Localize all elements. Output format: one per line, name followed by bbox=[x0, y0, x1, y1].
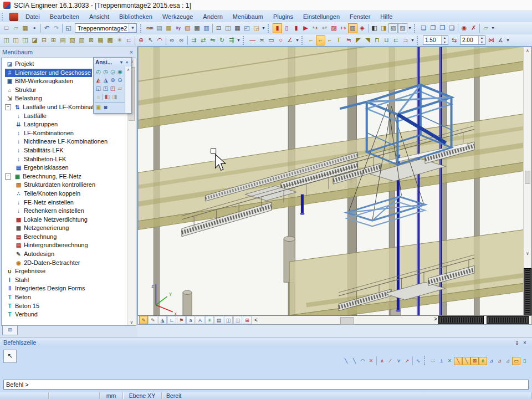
snap-endpoint-icon[interactable]: ╲ bbox=[462, 357, 470, 365]
snap-midpoint-icon[interactable]: ╲ bbox=[454, 357, 462, 365]
hscroll-thumb[interactable] bbox=[340, 317, 354, 325]
undo-icon[interactable]: ↶ bbox=[42, 23, 52, 33]
chevron-down-icon[interactable]: ▾ bbox=[119, 60, 124, 65]
move-icon[interactable]: ⇄ bbox=[198, 35, 208, 45]
tree-item-beton[interactable]: TBeton bbox=[2, 293, 136, 302]
scroll-up-icon[interactable]: ∧ bbox=[127, 68, 130, 71]
vscroll-thumb[interactable] bbox=[525, 171, 530, 184]
tree-item-ergebnisklassen[interactable]: ▤Ergebnisklassen bbox=[2, 163, 136, 172]
magnet-cursor-icon[interactable]: ⇖ bbox=[414, 357, 422, 365]
tree-item-teile-knoten-koppeln[interactable]: ∴Teile/Knoten koppeln bbox=[2, 190, 136, 198]
overflow-6-icon[interactable]: ▾ bbox=[410, 35, 415, 45]
tree-item-fe-netz-einstellen[interactable]: ↓FE-Netz einstellen bbox=[2, 198, 136, 207]
menu-bearbeiten[interactable]: Bearbeiten bbox=[45, 11, 84, 22]
overflow-4-icon[interactable]: ▾ bbox=[236, 35, 241, 45]
open-project-icon[interactable]: ▱ bbox=[11, 23, 21, 33]
rotation-bar-vertical[interactable] bbox=[524, 269, 531, 315]
labels-abc-caps-icon[interactable]: A bbox=[196, 316, 204, 324]
print-preview-icon[interactable]: ◫ bbox=[223, 23, 233, 33]
member-bar-icon[interactable]: ⊏ bbox=[124, 35, 134, 45]
support-hinged-icon[interactable]: ⌐ bbox=[316, 35, 325, 45]
camera-view-icon[interactable]: ◮ bbox=[102, 76, 109, 84]
mesh-setup-icon[interactable]: ▩ bbox=[192, 23, 202, 33]
basic-data-icon[interactable]: ▦ bbox=[164, 23, 173, 33]
command-input[interactable] bbox=[3, 380, 529, 390]
cut-icon[interactable]: ⋈ bbox=[487, 35, 496, 45]
filter-prev-icon[interactable]: ↫ bbox=[320, 23, 329, 33]
rotate-icon[interactable]: ↻ bbox=[217, 35, 227, 45]
scroll-up-icon[interactable]: ∧ bbox=[524, 48, 531, 53]
snap-off-icon[interactable]: ✕ bbox=[367, 357, 375, 365]
layers-icon[interactable]: ▤ bbox=[155, 23, 164, 33]
save-project-icon[interactable]: ▪ bbox=[30, 23, 39, 33]
member-column-icon[interactable]: ◫ bbox=[11, 35, 21, 45]
copy-icon[interactable]: ❏ bbox=[419, 23, 428, 33]
snap-orthopoints-icon[interactable]: ⋔ bbox=[479, 357, 487, 365]
support-node-icon[interactable]: ⊓ bbox=[372, 35, 382, 45]
paste-icon[interactable]: ❐ bbox=[428, 23, 438, 33]
toolbar-grip[interactable] bbox=[424, 356, 427, 365]
close-icon[interactable]: × bbox=[127, 49, 135, 55]
tree-item-stahl[interactable]: IStahl bbox=[2, 276, 136, 285]
scroll-down-icon[interactable]: ∨ bbox=[524, 251, 531, 256]
filter-beams-icon[interactable]: ▮ bbox=[273, 23, 282, 33]
support-sliding-icon[interactable]: ⌐ bbox=[325, 35, 335, 45]
copy-multi-icon[interactable]: ⇉ bbox=[189, 35, 198, 45]
toolbar-grip[interactable] bbox=[243, 36, 246, 45]
circle-icon[interactable]: ○ bbox=[276, 35, 285, 45]
hinge-end-icon[interactable]: ◥ bbox=[363, 35, 372, 45]
zoom-window-icon[interactable]: ◱ bbox=[95, 85, 102, 93]
hinge-begin-icon[interactable]: ◤ bbox=[354, 35, 363, 45]
render-icon[interactable]: ◧ bbox=[104, 93, 111, 101]
overflow-5-icon[interactable]: ▾ bbox=[295, 35, 300, 45]
menu-ansicht[interactable]: Ansicht bbox=[84, 11, 114, 22]
member-haunch-icon[interactable]: ◪ bbox=[30, 35, 39, 45]
tree-item-netzgenerierung[interactable]: ▦Netzgenerierung bbox=[2, 224, 136, 233]
clip-box-icon[interactable]: ▧ bbox=[388, 23, 398, 33]
tree-item-beton-15[interactable]: TBeton 15 bbox=[2, 302, 136, 311]
save-binder-icon[interactable]: ▦ bbox=[21, 23, 30, 33]
snap-circle-icon[interactable]: ◠ bbox=[359, 357, 367, 365]
tree-item-berechnung[interactable]: ▤Berechnung bbox=[2, 233, 136, 242]
snap-arc-center-icon[interactable]: ⊿ bbox=[495, 357, 504, 365]
member-wall-icon[interactable]: ▤ bbox=[58, 35, 68, 45]
wireframe-icon[interactable]: ▱ bbox=[116, 85, 124, 93]
binocular-icon[interactable]: ∞ bbox=[167, 35, 177, 45]
support-subsoil-icon[interactable]: ⊐ bbox=[401, 35, 410, 45]
flag-icon[interactable]: ⚑ bbox=[177, 316, 186, 324]
menu-datei[interactable]: Datei bbox=[21, 11, 45, 22]
new-project-icon[interactable]: □ bbox=[2, 23, 11, 33]
member-1d-icon[interactable]: ◫ bbox=[2, 35, 11, 45]
snap-mode-line2-icon[interactable]: ╲ bbox=[350, 357, 359, 365]
collapse-icon[interactable]: − bbox=[5, 173, 11, 180]
chevron-down-icon[interactable]: ▾ bbox=[129, 24, 136, 32]
cursor-snap-2-icon[interactable]: ∕ bbox=[386, 357, 395, 365]
binocular-all-icon[interactable]: ∞ bbox=[177, 35, 186, 45]
stretch-icon[interactable]: ⇶ bbox=[227, 35, 236, 45]
rotation-bar-1[interactable] bbox=[439, 316, 483, 324]
spinner-arrows[interactable]: ▲▼ bbox=[478, 36, 485, 44]
toolbar-grip[interactable] bbox=[417, 36, 420, 45]
send-view-icon[interactable]: ◨ bbox=[379, 23, 388, 33]
member-params-icon[interactable]: ▤ bbox=[214, 316, 223, 324]
close-icon[interactable]: × bbox=[521, 340, 529, 346]
angle-icon[interactable]: ∠ bbox=[285, 35, 295, 45]
member-beam-icon[interactable]: ◫ bbox=[21, 35, 30, 45]
filter-chain-icon[interactable]: ↪ bbox=[310, 23, 320, 33]
view-axo-icon[interactable]: ◉ bbox=[116, 68, 124, 76]
menubaum-tab[interactable]: ⊞ bbox=[2, 326, 18, 335]
toolbar-grip[interactable] bbox=[268, 24, 271, 33]
project-selector[interactable]: Treppenmontage2 ▾ bbox=[75, 23, 137, 33]
tree-item-verbund[interactable]: TVerbund bbox=[2, 310, 136, 319]
table-edit-icon[interactable]: ◫ bbox=[224, 316, 233, 324]
snap-percent-icon[interactable]: ⊿ bbox=[504, 357, 512, 365]
actions-icon[interactable]: ▧ bbox=[183, 23, 192, 33]
clip-plane-icon[interactable]: ▨ bbox=[398, 23, 407, 33]
tree-item-hintergrundberechnung[interactable]: ▤Hintergrundberechnung bbox=[2, 241, 136, 250]
view-y-icon[interactable]: ◷ bbox=[102, 68, 109, 76]
member-panel-icon[interactable]: ▦ bbox=[96, 35, 105, 45]
zoom-selection-icon[interactable]: ◰ bbox=[109, 85, 116, 93]
hotkey-cursor-icon[interactable]: ↖ bbox=[146, 35, 155, 45]
tree-item-autodesign[interactable]: ✎Autodesign bbox=[2, 250, 136, 259]
ucs-icon[interactable]: ∟ bbox=[167, 316, 176, 324]
